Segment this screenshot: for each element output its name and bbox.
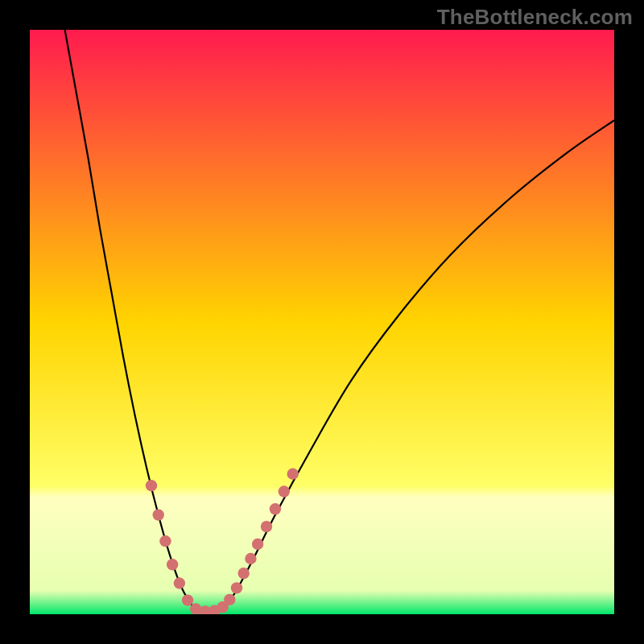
highlight-point bbox=[245, 553, 256, 564]
highlight-point bbox=[261, 521, 272, 532]
highlight-point bbox=[279, 485, 290, 497]
chart-svg bbox=[30, 30, 614, 614]
plot-area bbox=[30, 30, 614, 614]
highlight-point bbox=[238, 568, 250, 579]
highlight-point bbox=[146, 480, 157, 491]
highlight-point bbox=[167, 559, 178, 570]
highlight-point bbox=[287, 469, 299, 480]
highlight-point bbox=[270, 503, 281, 514]
highlight-point bbox=[174, 577, 185, 588]
highlight-point bbox=[252, 539, 263, 550]
highlight-point bbox=[231, 582, 242, 593]
highlight-point bbox=[182, 594, 193, 605]
chart-container: TheBottleneck.com bbox=[0, 0, 644, 644]
highlight-point bbox=[159, 535, 171, 547]
highlight-point bbox=[224, 594, 235, 605]
highlight-point bbox=[153, 509, 164, 520]
watermark-label: TheBottleneck.com bbox=[437, 5, 633, 30]
